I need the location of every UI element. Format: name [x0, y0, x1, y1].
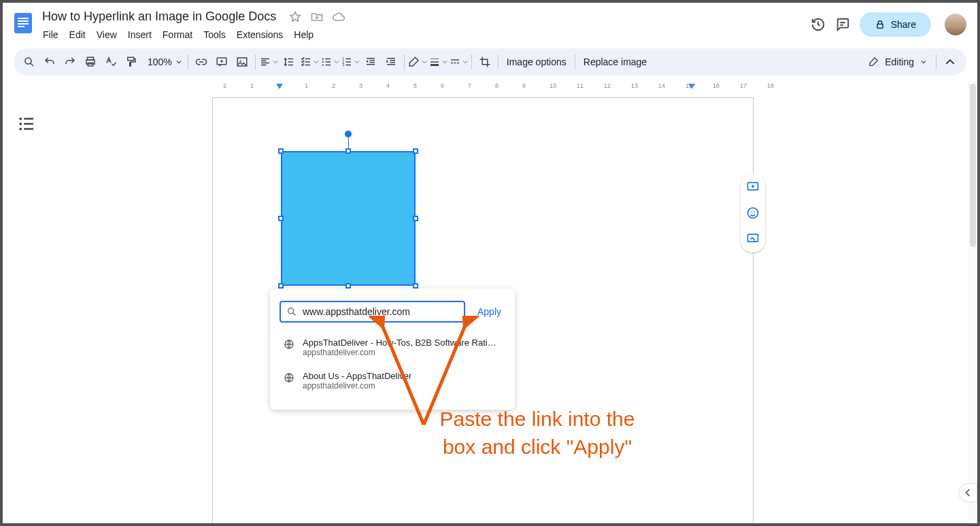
share-button[interactable]: Share	[860, 12, 931, 37]
replace-image-button[interactable]: Replace image	[578, 52, 652, 71]
resize-handle-bm[interactable]	[345, 283, 351, 289]
cloud-saved-icon[interactable]	[332, 10, 345, 24]
resize-handle-br[interactable]	[413, 283, 418, 289]
menu-help[interactable]: Help	[289, 27, 318, 43]
user-avatar[interactable]	[945, 14, 966, 35]
search-icon	[286, 306, 297, 317]
svg-rect-1	[18, 18, 29, 19]
link-input-row: Apply	[280, 301, 505, 323]
left-indent-marker[interactable]	[276, 84, 283, 92]
annotation-line1: Paste the link into the	[440, 408, 635, 430]
rotation-handle[interactable]	[345, 131, 352, 137]
collapse-toolbar-icon[interactable]	[939, 51, 961, 73]
docs-app-icon	[11, 11, 35, 35]
svg-point-20	[19, 118, 22, 120]
editing-mode-button[interactable]: Editing	[862, 56, 933, 67]
emoji-reaction-icon[interactable]	[745, 205, 761, 221]
resize-handle-tr[interactable]	[413, 148, 418, 154]
header-right: Share	[811, 8, 966, 37]
title-row: How to Hyperlink an Image in Google Docs	[38, 8, 811, 25]
bulleted-list-icon[interactable]	[320, 52, 339, 71]
svg-point-16	[322, 64, 323, 65]
menu-file[interactable]: File	[38, 27, 63, 43]
link-input-wrap[interactable]	[280, 301, 465, 323]
menu-format[interactable]: Format	[158, 27, 197, 43]
menu-tools[interactable]: Tools	[199, 27, 231, 43]
document-page[interactable]: Apply AppsThatDeliver - How-Tos, B2B Sof…	[212, 97, 754, 526]
svg-rect-10	[128, 57, 134, 61]
editing-label: Editing	[885, 56, 914, 67]
resize-handle-ml[interactable]	[278, 216, 284, 221]
selected-image[interactable]	[281, 151, 416, 286]
resize-handle-tm[interactable]	[345, 148, 351, 154]
spellcheck-icon[interactable]	[101, 52, 120, 71]
menu-extensions[interactable]: Extensions	[232, 27, 288, 43]
crop-image-icon[interactable]	[475, 52, 494, 71]
resize-handle-tl[interactable]	[278, 148, 284, 154]
title-area: How to Hyperlink an Image in Google Docs…	[38, 8, 811, 43]
search-menus-icon[interactable]	[20, 52, 39, 71]
resize-handle-mr[interactable]	[413, 216, 418, 221]
insert-image-icon[interactable]	[233, 52, 252, 71]
move-folder-icon[interactable]	[310, 10, 324, 24]
suggestion-title: About Us - AppsThatDeliver	[303, 371, 411, 381]
annotation-text: Paste the link into the box and click "A…	[384, 406, 690, 461]
image-options-button[interactable]: Image options	[501, 52, 572, 71]
document-title[interactable]: How to Hyperlink an Image in Google Docs	[38, 8, 280, 25]
svg-point-15	[322, 61, 323, 63]
suggestion-subtitle: appsthatdeliver.com	[303, 348, 500, 357]
increase-indent-icon[interactable]	[382, 52, 401, 71]
svg-rect-5	[877, 24, 883, 28]
comment-icon[interactable]	[835, 17, 850, 32]
link-url-input[interactable]	[297, 306, 458, 317]
decrease-indent-icon[interactable]	[361, 52, 380, 71]
border-weight-icon[interactable]	[428, 52, 447, 71]
paint-format-icon[interactable]	[122, 52, 141, 71]
pencil-icon	[868, 56, 879, 67]
suggest-edits-icon[interactable]	[745, 231, 761, 247]
image-shape	[281, 151, 416, 286]
svg-point-13	[239, 60, 241, 61]
add-comment-icon[interactable]	[212, 52, 231, 71]
globe-icon	[284, 372, 294, 383]
vertical-ruler[interactable]	[3, 97, 15, 526]
menu-bar: File Edit View Insert Format Tools Exten…	[38, 27, 811, 43]
share-label: Share	[891, 19, 916, 30]
redo-icon[interactable]	[61, 52, 80, 71]
checklist-icon[interactable]	[300, 52, 319, 71]
star-icon[interactable]	[288, 10, 302, 24]
svg-point-21	[19, 122, 22, 125]
menu-edit[interactable]: Edit	[65, 27, 90, 43]
border-dash-icon[interactable]	[449, 52, 468, 71]
zoom-select[interactable]: 100%	[142, 52, 184, 71]
suggestion-title: AppsThatDeliver - How-Tos, B2B Software …	[303, 338, 500, 348]
line-spacing-icon[interactable]	[280, 52, 299, 71]
numbered-list-icon[interactable]: 123	[341, 52, 360, 71]
apply-button[interactable]: Apply	[473, 303, 505, 320]
document-outline-icon[interactable]	[16, 114, 37, 134]
align-icon[interactable]	[259, 52, 278, 71]
link-suggestion[interactable]: About Us - AppsThatDeliver appsthatdeliv…	[280, 364, 505, 397]
left-rail	[16, 114, 37, 137]
vertical-scrollbar[interactable]	[968, 81, 977, 521]
svg-point-23	[288, 308, 294, 314]
svg-point-27	[748, 208, 758, 218]
suggestion-subtitle: appsthatdeliver.com	[303, 381, 411, 391]
expand-side-panel-icon[interactable]	[958, 483, 977, 502]
svg-point-22	[19, 128, 22, 131]
svg-point-14	[322, 58, 323, 59]
svg-rect-2	[18, 20, 29, 22]
border-color-icon[interactable]	[408, 52, 427, 71]
menu-insert[interactable]: Insert	[123, 27, 156, 43]
horizontal-ruler[interactable]: 21123456789101112131415161718	[209, 81, 754, 95]
menu-view[interactable]: View	[92, 27, 122, 43]
insert-link-icon[interactable]	[192, 52, 211, 71]
add-comment-bubble-icon[interactable]	[745, 179, 761, 195]
link-suggestion[interactable]: AppsThatDeliver - How-Tos, B2B Software …	[280, 331, 505, 364]
scroll-thumb[interactable]	[970, 84, 976, 247]
svg-text:3: 3	[342, 63, 344, 67]
resize-handle-bl[interactable]	[278, 283, 284, 289]
history-icon[interactable]	[811, 17, 826, 32]
undo-icon[interactable]	[40, 52, 59, 71]
print-icon[interactable]	[81, 52, 100, 71]
